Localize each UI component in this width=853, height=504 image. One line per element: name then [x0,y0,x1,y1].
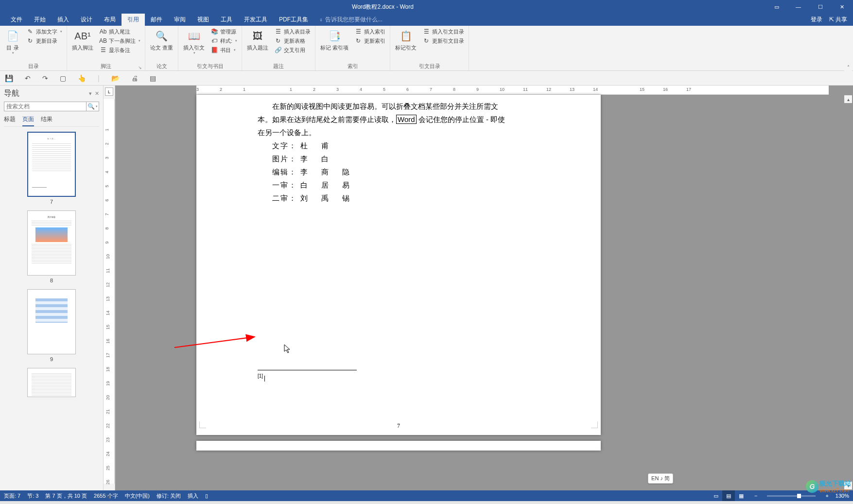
document-page-next[interactable] [196,441,601,451]
research-button[interactable]: 🔍 论文 查重 [148,27,175,52]
endnote-icon: Ab [99,28,107,35]
insert-index-button[interactable]: ☰插入索引 [353,27,387,36]
collapse-ribbon-icon[interactable]: ˄ [844,63,852,71]
update-index-icon: ↻ [354,37,362,45]
tab-design[interactable]: 设计 [75,14,98,26]
zoom-level[interactable]: 130% [836,493,849,499]
update-toa-button[interactable]: ↻更新引文目录 [421,36,466,45]
status-insert[interactable]: 插入 [188,492,198,500]
magnifier-icon: 🔍 [154,28,170,44]
status-track[interactable]: 修订: 关闭 [157,492,181,500]
bibliography-button[interactable]: 📕书目▾ [209,46,239,54]
page-thumb-9[interactable] [27,289,76,354]
add-text-button[interactable]: ✎添加文字▾ [25,27,64,36]
search-input[interactable] [4,102,86,111]
tab-insert[interactable]: 插入 [52,14,75,26]
nav-tab-headings[interactable]: 标题 [4,115,16,126]
status-section[interactable]: 节: 3 [27,492,38,500]
show-notes-button[interactable]: ☰显示备注 [98,46,142,54]
mark-citation-button[interactable]: 📋 标记引文 [393,27,418,52]
status-page[interactable]: 页面: 7 [4,492,20,500]
document-page[interactable]: 在新的阅读视图中阅读更加容易。可以折叠文档某些部分并关注所需文 本。如果在达到结… [196,95,601,435]
insert-toa-button[interactable]: ☰插入引文目录 [421,27,466,36]
add-text-icon: ✎ [26,28,34,35]
tab-file[interactable]: 文件 [5,14,28,26]
footnotes-launcher[interactable]: ↘ [138,65,142,70]
ime-indicator[interactable]: EN ♪ 简 [648,473,673,484]
style-dropdown[interactable]: 🏷样式:▾ [209,36,239,45]
close-icon[interactable]: ✕ [831,0,853,14]
tell-me-input[interactable]: ♀告诉我您想要做什么... [319,14,383,26]
tab-home[interactable]: 开始 [28,14,52,26]
update-table-button[interactable]: ↻更新表格 [273,36,312,45]
view-print-icon[interactable]: ▤ [722,490,735,501]
mark-icon: 📑 [327,28,342,44]
insert-caption-button[interactable]: 🖼 插入题注 [245,27,270,52]
share-button[interactable]: ⇱ 共享 [829,16,847,24]
view-read-icon[interactable]: ▭ [710,490,722,501]
qat-save-icon[interactable]: 💾 [5,74,13,82]
qat-print-icon[interactable]: 🖨 [131,74,138,82]
status-lang[interactable]: 中文(中国) [125,492,150,500]
minimize-icon[interactable]: — [787,0,809,14]
view-web-icon[interactable]: ▦ [735,490,748,501]
window-title: Word教程2.docx - Word [0,3,766,11]
tab-stop-selector[interactable]: L [105,87,113,96]
page-thumb-8[interactable]: 图片标题 [27,210,76,276]
toc-button[interactable]: 📄 目 录▾ [3,27,22,56]
status-page-of[interactable]: 第 7 页，共 10 页 [45,492,87,500]
tab-references[interactable]: 引用 [122,14,145,26]
next-footnote-button[interactable]: AB下一条脚注▾ [98,36,142,45]
toc-icon: 📄 [5,28,20,44]
manage-sources-button[interactable]: 📚管理源 [209,27,239,36]
tab-review[interactable]: 审阅 [168,14,191,26]
cross-ref-button[interactable]: 🔗交叉引用 [273,46,312,54]
maximize-icon[interactable]: ☐ [809,0,831,14]
tab-view[interactable]: 视图 [191,14,215,26]
qat-touch-icon[interactable]: 👆 [78,74,86,82]
body-text: 在新的阅读视图中阅读更加容易。可以折叠文档某些部分并关注所需文 [272,102,498,110]
insert-tof-button[interactable]: ☰插入表目录 [273,27,312,36]
mark-cit-icon: 📋 [398,28,414,44]
group-captions: 题注 [245,62,312,70]
mark-entry-button[interactable]: 📑 标记 索引项 [318,27,350,52]
qat-new-icon[interactable]: ▢ [60,74,66,82]
body-text: 在另一个设备上。 [258,128,316,137]
update-toc-button[interactable]: ↻更新目录 [25,36,64,45]
tab-layout[interactable]: 布局 [98,14,122,26]
nav-dropdown-icon[interactable]: ▾ [89,90,92,97]
macro-record-icon[interactable]: ▯ [205,493,208,499]
page-thumb-10[interactable] [27,368,76,397]
search-button[interactable]: 🔍▾ [86,102,99,111]
cursor-icon [284,344,292,354]
thumb-label: 9 [4,356,99,362]
footnote-area[interactable]: [1] [258,372,540,383]
nav-tab-results[interactable]: 结果 [41,115,52,126]
insert-footnote-button[interactable]: AB¹ 插入脚注 [70,27,95,52]
credit-row: 二审：刘 禹 锡 [258,191,540,205]
zoom-slider[interactable] [767,495,816,497]
page-thumb-7[interactable]: 第 7 页 … [27,132,76,197]
zoom-out-icon[interactable]: − [754,493,757,499]
qat-undo-icon[interactable]: ↶ [25,74,31,82]
tab-pdf[interactable]: PDF工具集 [273,14,314,26]
tab-mailings[interactable]: 邮件 [145,14,168,26]
nav-close-icon[interactable]: ✕ [95,90,99,97]
insert-endnote-button[interactable]: Ab插入尾注 [98,27,142,36]
index-icon: ☰ [354,28,362,35]
nav-tab-pages[interactable]: 页面 [22,115,34,126]
insert-citation-button[interactable]: 📖 插入引文▾ [181,27,207,56]
ribbon-display-options-icon[interactable]: ▭ [766,0,787,14]
login-link[interactable]: 登录 [811,16,822,24]
qat-open-icon[interactable]: 📂 [111,74,120,82]
bib-icon: 📕 [210,46,218,54]
tab-tools[interactable]: 工具 [215,14,238,26]
scroll-up-icon[interactable]: ▴ [844,95,852,103]
qat-preview-icon[interactable]: ▤ [150,74,156,82]
zoom-in-icon[interactable]: + [825,493,828,499]
tab-developer[interactable]: 开发工具 [238,14,273,26]
update-index-button[interactable]: ↻更新索引 [353,36,387,45]
group-index: 索引 [318,62,387,70]
footnote-marker: [1] [258,373,263,379]
qat-redo-icon[interactable]: ↷ [42,74,48,82]
